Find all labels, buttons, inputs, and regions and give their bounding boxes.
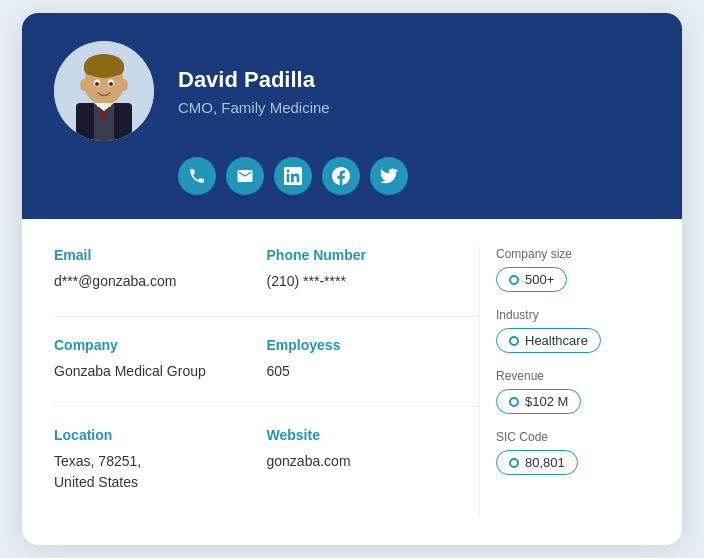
location-label: Location [54, 427, 255, 443]
phone-value: (210) ***-**** [267, 271, 468, 292]
employees-item: Employess 605 [267, 337, 480, 406]
phone-label: Phone Number [267, 247, 468, 263]
company-size-item: Company size 500+ [496, 247, 654, 292]
svg-point-12 [80, 79, 88, 91]
sic-label: SIC Code [496, 430, 654, 444]
header-info: David Padilla CMO, Family Medicine [178, 67, 330, 116]
badge-dot-sic [509, 458, 519, 468]
badge-dot-industry [509, 336, 519, 346]
email-icon[interactable] [226, 157, 264, 195]
phone-item: Phone Number (210) ***-**** [267, 247, 480, 316]
industry-badge: Healthcare [496, 328, 601, 353]
profile-name: David Padilla [178, 67, 330, 93]
facebook-icon[interactable] [322, 157, 360, 195]
card-header: David Padilla CMO, Family Medicine [22, 13, 682, 219]
badge-dot-size [509, 275, 519, 285]
company-size-label: Company size [496, 247, 654, 261]
revenue-label: Revenue [496, 369, 654, 383]
company-label: Company [54, 337, 255, 353]
website-label: Website [267, 427, 468, 443]
card-body: Email d***@gonzaba.com Phone Number (210… [22, 219, 682, 545]
avatar [54, 41, 154, 141]
company-size-value: 500+ [525, 272, 554, 287]
industry-label: Industry [496, 308, 654, 322]
employees-label: Employess [267, 337, 468, 353]
email-label: Email [54, 247, 255, 263]
divider-1 [54, 316, 479, 317]
sic-badge: 80,801 [496, 450, 578, 475]
revenue-value: $102 M [525, 394, 568, 409]
industry-value: Healthcare [525, 333, 588, 348]
industry-item: Industry Healthcare [496, 308, 654, 353]
employees-value: 605 [267, 361, 468, 382]
svg-rect-7 [84, 61, 124, 75]
sic-value: 80,801 [525, 455, 565, 470]
svg-point-10 [95, 82, 99, 86]
email-item: Email d***@gonzaba.com [54, 247, 267, 316]
website-item: Website gonzaba.com [267, 427, 480, 517]
revenue-item: Revenue $102 M [496, 369, 654, 414]
profile-title: CMO, Family Medicine [178, 99, 330, 116]
company-size-badge: 500+ [496, 267, 567, 292]
revenue-badge: $102 M [496, 389, 581, 414]
sic-item: SIC Code 80,801 [496, 430, 654, 475]
location-value: Texas, 78251,United States [54, 451, 255, 493]
website-value: gonzaba.com [267, 451, 468, 472]
badge-dot-revenue [509, 397, 519, 407]
header-top: David Padilla CMO, Family Medicine [54, 41, 330, 141]
phone-icon[interactable] [178, 157, 216, 195]
company-value: Gonzaba Medical Group [54, 361, 255, 382]
email-value: d***@gonzaba.com [54, 271, 255, 292]
svg-point-13 [120, 79, 128, 91]
linkedin-icon[interactable] [274, 157, 312, 195]
company-item: Company Gonzaba Medical Group [54, 337, 267, 406]
info-grid: Email d***@gonzaba.com Phone Number (210… [54, 247, 479, 517]
divider-2 [54, 406, 479, 407]
location-item: Location Texas, 78251,United States [54, 427, 267, 517]
svg-point-11 [109, 82, 113, 86]
twitter-icon[interactable] [370, 157, 408, 195]
right-panel: Company size 500+ Industry Healthcare Re… [479, 247, 654, 517]
social-icons-row [178, 157, 408, 195]
profile-card: David Padilla CMO, Family Medicine [22, 13, 682, 545]
